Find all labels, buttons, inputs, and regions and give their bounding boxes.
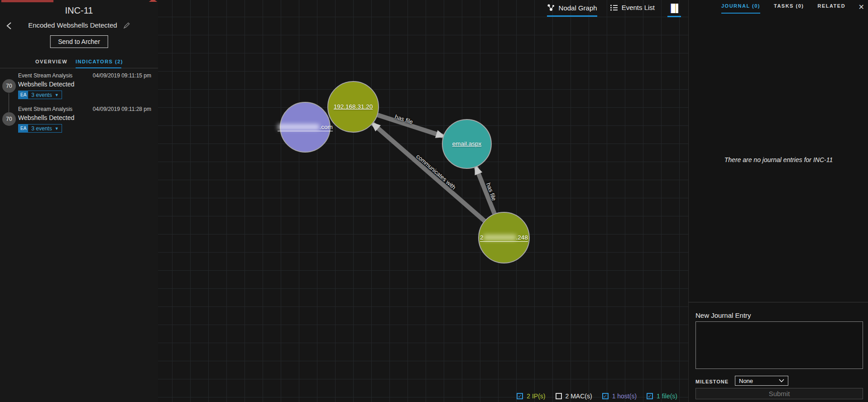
checkbox-checked-icon[interactable]: ✓	[517, 393, 523, 399]
view-events-list[interactable]: Events List	[610, 4, 655, 16]
netwitness-logo-fragment	[1, 0, 53, 2]
view-nodal-graph[interactable]: Nodal Graph	[547, 4, 597, 17]
milestone-select[interactable]: None	[735, 376, 788, 386]
milestone-label: MILESTONE	[695, 379, 729, 384]
chevron-down-icon: ▼	[55, 93, 59, 97]
indicator-source: Event Stream Analysis	[18, 106, 72, 112]
risk-score-badge: 70	[2, 112, 16, 126]
indicator-title[interactable]: Webshells Detected	[18, 114, 74, 121]
events-count: 3 events	[31, 92, 52, 98]
timeline-connector	[9, 93, 9, 112]
events-count: 3 events	[31, 125, 52, 132]
legend-files-label: 1 file(s)	[657, 392, 677, 400]
tab-indicators[interactable]: INDICATORS (2)	[76, 59, 123, 64]
new-journal-entry-input[interactable]	[695, 321, 863, 369]
legend-macs-label: 2 MAC(s)	[566, 392, 592, 400]
redacted-blur	[484, 234, 516, 240]
tab-journal[interactable]: JOURNAL (0)	[721, 3, 760, 14]
source-badge: EA	[19, 91, 28, 99]
indicator-source: Event Stream Analysis	[18, 72, 72, 79]
edit-pencil-icon[interactable]	[124, 22, 130, 30]
node-ip-external[interactable]: 2.248	[478, 212, 530, 263]
node-domain-label: .com	[319, 124, 332, 130]
tab-tasks[interactable]: TASKS (0)	[774, 3, 804, 14]
journal-panel-icon	[670, 4, 678, 13]
legend-hosts[interactable]: ✓ 1 host(s)	[602, 392, 637, 400]
legend-ips[interactable]: ✓ 2 IP(s)	[517, 392, 545, 400]
events-list-icon	[610, 4, 618, 11]
incident-id: INC-11	[0, 5, 158, 16]
node-ip-external-prefix: 2	[480, 234, 484, 241]
risk-score-badge: 70	[2, 79, 16, 93]
nodal-graph-icon	[547, 4, 555, 12]
view-nodal-graph-label: Nodal Graph	[559, 4, 597, 12]
node-ip-internal-label: 192.168.31.20	[334, 103, 373, 110]
node-domain[interactable]: .com	[280, 102, 331, 153]
events-dropdown[interactable]: EA 3 events▼	[18, 91, 62, 99]
checkbox-checked-icon[interactable]: ✓	[602, 393, 609, 399]
tab-related[interactable]: RELATED	[817, 3, 845, 14]
redacted-blur	[278, 124, 319, 130]
graph-legend: ✓ 2 IP(s) ✓ 2 MAC(s) ✓ 1 host(s) ✓ 1 fil…	[517, 392, 677, 400]
legend-hosts-label: 1 host(s)	[612, 392, 637, 400]
checkbox-checked-icon[interactable]: ✓	[647, 393, 653, 399]
checkbox-unchecked-icon[interactable]: ✓	[556, 393, 562, 399]
active-tab-underline	[76, 67, 121, 68]
chevron-down-icon: ▼	[55, 126, 59, 131]
indicator-timestamp: 04/09/2019 09:11:15 pm	[93, 72, 151, 79]
node-ip-external-label: .248	[516, 234, 528, 241]
indicator-timestamp: 04/09/2019 09:11:28 pm	[93, 106, 151, 112]
new-journal-entry-title: New Journal Entry	[695, 311, 751, 319]
incident-sidebar: INC-11 Encoded Webshells Detected Send t…	[0, 0, 158, 402]
node-file[interactable]: email.aspx	[442, 119, 492, 169]
nodal-graph-canvas[interactable]: has file communicates with has file .com…	[158, 0, 688, 402]
chevron-down-icon	[779, 379, 784, 383]
netwitness-logo-mark	[147, 0, 159, 2]
journal-panel-toggle-underline	[667, 16, 681, 17]
legend-files[interactable]: ✓ 1 file(s)	[647, 392, 677, 400]
milestone-value: None	[739, 378, 753, 384]
tab-overview[interactable]: OVERVIEW	[35, 59, 67, 64]
journal-panel: JOURNAL (0) TASKS (0) RELATED ✕ There ar…	[688, 0, 868, 402]
legend-ips-label: 2 IP(s)	[527, 392, 545, 400]
send-to-archer-button[interactable]: Send to Archer	[50, 35, 108, 48]
submit-button[interactable]: Submit	[695, 388, 863, 399]
legend-macs[interactable]: ✓ 2 MAC(s)	[556, 392, 592, 400]
journal-empty-message: There are no journal entries for INC-11	[689, 156, 868, 163]
node-ip-internal[interactable]: 192.168.31.20	[327, 81, 379, 133]
graph-edges	[158, 0, 688, 402]
view-events-list-label: Events List	[622, 4, 655, 11]
journal-divider	[689, 302, 868, 302]
journal-panel-toggle[interactable]	[667, 4, 681, 17]
incident-name: Encoded Webshells Detected	[28, 21, 117, 29]
source-badge: EA	[19, 124, 28, 132]
node-file-label: email.aspx	[452, 140, 482, 147]
close-icon[interactable]: ✕	[858, 3, 864, 11]
events-dropdown[interactable]: EA 3 events▼	[18, 124, 62, 133]
indicator-title[interactable]: Webshells Detected	[18, 81, 74, 88]
